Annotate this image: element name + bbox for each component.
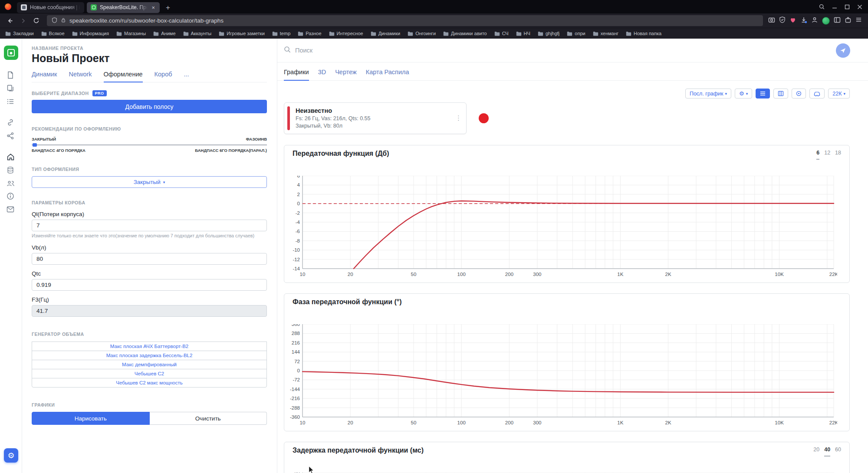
freq-range-dropdown[interactable]: 22К▾ xyxy=(828,89,850,99)
bookmark-folder[interactable]: Онгоинги xyxy=(408,31,436,36)
lock-icon[interactable] xyxy=(61,17,66,25)
vb-input[interactable]: 80 xyxy=(32,253,267,265)
bookmark-folder[interactable]: Закладки xyxy=(5,31,34,36)
enclosure-type-slider[interactable] xyxy=(32,145,267,145)
sidebar-tab[interactable]: ... xyxy=(184,71,189,82)
scale-option[interactable]: 60 xyxy=(835,447,841,457)
bookmark-folder[interactable]: Аккаунты xyxy=(183,31,212,36)
draw-button[interactable]: Нарисовать xyxy=(32,412,150,425)
main-tab[interactable]: Чертеж xyxy=(335,69,357,80)
browser-tab-messages[interactable]: Новые сообщения | idso xyxy=(17,2,84,13)
new-tab-button[interactable]: + xyxy=(162,2,174,13)
graph-settings-dropdown[interactable]: ⚙▾ xyxy=(735,89,752,99)
mail-icon[interactable] xyxy=(7,206,15,215)
bookmark-folder[interactable]: Игровые заметки xyxy=(219,31,265,36)
browser-tab-speakerboxlite[interactable]: SpeakerBoxLite. Програм × xyxy=(87,2,160,13)
sidebar-tab[interactable]: Оформление xyxy=(104,71,143,82)
search-submit-button[interactable] xyxy=(836,43,850,58)
tab-search-icon[interactable] xyxy=(819,4,825,10)
reload-button[interactable] xyxy=(30,15,42,26)
app-logo[interactable] xyxy=(4,46,18,60)
bookmark-folder[interactable]: Новая папка xyxy=(626,31,661,36)
info-icon[interactable] xyxy=(7,192,15,201)
driver-card[interactable]: Неизвестно Fs: 26 Гц, Vas: 216л, Qts: 0.… xyxy=(284,102,467,134)
bookmark-folder[interactable]: Разное xyxy=(298,31,321,36)
download-icon[interactable] xyxy=(800,16,807,25)
ql-input[interactable]: 7 xyxy=(32,220,267,231)
last-graph-dropdown[interactable]: Посл. график▾ xyxy=(685,89,731,99)
volume-generator-option[interactable]: Чебышев C2 макс мощность xyxy=(32,378,267,388)
svg-text:200: 200 xyxy=(505,420,513,425)
sidebar-tab[interactable]: Network xyxy=(69,71,92,82)
bookmark-folder[interactable]: Информация xyxy=(72,31,109,36)
menu-icon[interactable] xyxy=(855,16,862,25)
f3-input-readonly: 41.7 xyxy=(32,305,267,317)
extensions-icon[interactable] xyxy=(845,16,852,25)
sidebar-tab[interactable]: Динамик xyxy=(32,71,57,82)
search-input[interactable] xyxy=(295,47,836,54)
list-icon[interactable] xyxy=(7,98,15,106)
account-icon[interactable] xyxy=(811,16,818,25)
volume-generator-option[interactable]: Макс плоская АЧХ Баттерворт-B2 xyxy=(32,342,267,351)
qtc-input[interactable]: 0.919 xyxy=(32,279,267,291)
heart-icon[interactable] xyxy=(789,16,796,25)
address-bar[interactable]: speakerboxlite.com/ru/subwoofer-box-calc… xyxy=(47,15,763,26)
scale-option[interactable]: 6 xyxy=(816,150,819,160)
car-mode-button[interactable] xyxy=(809,89,825,99)
scale-option[interactable]: 40 xyxy=(824,447,830,457)
bookmark-folder[interactable]: Магазины xyxy=(116,31,146,36)
profile-avatar[interactable] xyxy=(822,17,830,25)
volume-generator-option[interactable]: Макс плоская задержка Бессель-BL2 xyxy=(32,351,267,360)
main-tab[interactable]: Карта Распила xyxy=(366,69,409,80)
bookmark-folder[interactable]: Динамики авито xyxy=(443,31,487,36)
share-icon[interactable] xyxy=(7,132,15,141)
bookmark-folder[interactable]: Динамики xyxy=(371,31,400,36)
window-minimize-button[interactable] xyxy=(832,4,837,10)
list-view-button[interactable] xyxy=(756,89,770,99)
target-curve-button[interactable] xyxy=(792,89,806,99)
document-icon[interactable] xyxy=(7,71,15,80)
bookmark-folder[interactable]: НЧ xyxy=(516,31,530,36)
enclosure-type-dropdown[interactable]: Закрытый▾ xyxy=(32,176,267,188)
bookmark-folder[interactable]: Всякое xyxy=(41,31,65,36)
bookmark-folder[interactable]: опри xyxy=(567,31,585,36)
scale-option[interactable]: 18 xyxy=(835,150,841,160)
clear-button[interactable]: Очистить xyxy=(150,412,267,425)
screenshot-icon[interactable] xyxy=(768,16,775,25)
shield-check-icon[interactable] xyxy=(779,16,786,25)
back-button[interactable] xyxy=(4,15,16,26)
card-menu-icon[interactable]: ⋮ xyxy=(455,114,462,122)
home-icon[interactable] xyxy=(7,153,15,161)
tab-close-icon[interactable]: × xyxy=(151,4,156,11)
volume-generator-option[interactable]: Чебышев C2 xyxy=(32,369,267,378)
link-icon[interactable] xyxy=(7,118,15,127)
bookmark-folder[interactable]: ghjhgfj xyxy=(538,31,559,36)
forward-button[interactable] xyxy=(17,15,29,26)
bookmark-folder[interactable]: temp xyxy=(272,31,290,36)
bookmark-folder[interactable]: Интересное xyxy=(329,31,363,36)
sidebar-toggle-icon[interactable] xyxy=(834,16,841,25)
ql-help-text: Изменяйте только если знаете что это(зна… xyxy=(32,233,267,239)
scale-option[interactable]: 12 xyxy=(824,150,830,160)
tracking-shield-icon[interactable] xyxy=(52,17,57,25)
users-icon[interactable] xyxy=(7,180,15,188)
svg-text:-6: -6 xyxy=(296,229,300,234)
volume-generator-option[interactable]: Макс демпфированный xyxy=(32,360,267,369)
main-tab[interactable]: 3D xyxy=(318,69,326,80)
tab-favicon xyxy=(21,4,27,10)
slider-handle[interactable] xyxy=(33,143,37,147)
main-tab[interactable]: Графики xyxy=(284,69,309,80)
browser-logo-icon[interactable] xyxy=(5,3,11,10)
add-band-button[interactable]: Добавить полосу xyxy=(32,100,267,113)
copy-icon[interactable] xyxy=(7,84,15,93)
settings-fab-button[interactable]: ⚙ xyxy=(4,448,18,463)
bookmark-folder[interactable]: СЧ xyxy=(494,31,509,36)
bookmark-folder[interactable]: хенманг xyxy=(593,31,618,36)
window-close-button[interactable] xyxy=(857,4,862,10)
database-icon[interactable] xyxy=(7,166,15,175)
table-view-button[interactable] xyxy=(773,89,788,99)
scale-option[interactable]: 20 xyxy=(813,447,819,457)
window-maximize-button[interactable] xyxy=(845,4,850,10)
bookmark-folder[interactable]: Аниме xyxy=(153,31,175,36)
sidebar-tab[interactable]: Короб xyxy=(155,71,172,82)
